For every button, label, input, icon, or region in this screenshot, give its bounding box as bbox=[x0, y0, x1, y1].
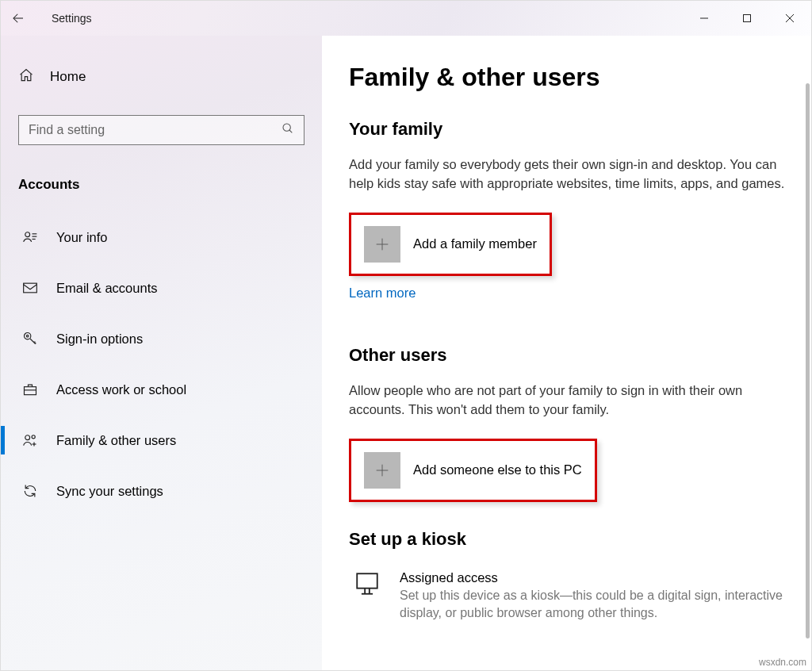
highlight-add-other: Add someone else to this PC bbox=[349, 439, 597, 502]
svg-point-16 bbox=[32, 435, 35, 439]
plus-icon bbox=[364, 452, 400, 489]
home-nav[interactable]: Home bbox=[18, 67, 304, 86]
sidebar-item-signin-options[interactable]: Sign-in options bbox=[18, 321, 304, 356]
sidebar-item-sync-settings[interactable]: Sync your settings bbox=[18, 474, 304, 508]
sidebar-item-label: Email & accounts bbox=[56, 281, 157, 296]
back-button[interactable] bbox=[1, 1, 36, 36]
svg-rect-1 bbox=[744, 15, 751, 22]
page-title: Family & other users bbox=[349, 63, 787, 92]
sidebar-item-label: Your info bbox=[56, 230, 108, 245]
add-family-member-button[interactable]: Add a family member bbox=[358, 220, 543, 269]
content: Family & other users Your family Add you… bbox=[322, 36, 811, 670]
sidebar-item-your-info[interactable]: Your info bbox=[18, 220, 304, 255]
assigned-access-button[interactable]: Assigned access Set up this device as a … bbox=[349, 566, 787, 623]
window-body: Home Accounts Your info bbox=[1, 36, 811, 670]
kiosk-heading: Set up a kiosk bbox=[349, 529, 787, 550]
sidebar-item-label: Access work or school bbox=[56, 382, 186, 397]
titlebar: Settings bbox=[1, 1, 811, 36]
add-family-label: Add a family member bbox=[413, 236, 537, 251]
svg-rect-10 bbox=[24, 283, 37, 293]
svg-point-12 bbox=[26, 335, 29, 337]
close-button[interactable] bbox=[768, 1, 811, 36]
key-icon bbox=[21, 331, 39, 347]
family-description: Add your family so everybody gets their … bbox=[349, 155, 787, 194]
people-add-icon bbox=[21, 432, 39, 448]
briefcase-icon bbox=[21, 382, 39, 397]
family-heading: Your family bbox=[349, 119, 787, 140]
plus-icon bbox=[364, 226, 400, 263]
window-controls bbox=[683, 1, 811, 36]
mail-icon bbox=[21, 280, 39, 296]
add-other-label: Add someone else to this PC bbox=[413, 462, 582, 477]
watermark: wsxdn.com bbox=[759, 657, 806, 668]
search-input[interactable] bbox=[29, 123, 282, 137]
svg-point-6 bbox=[25, 232, 30, 237]
home-label: Home bbox=[50, 69, 86, 85]
search-box[interactable] bbox=[18, 115, 304, 145]
settings-window: Settings Home bbox=[0, 0, 812, 671]
add-other-user-button[interactable]: Add someone else to this PC bbox=[358, 446, 588, 495]
svg-rect-23 bbox=[357, 573, 377, 588]
sidebar: Home Accounts Your info bbox=[1, 36, 322, 670]
sync-icon bbox=[21, 483, 39, 499]
svg-line-5 bbox=[289, 130, 292, 132]
window-title: Settings bbox=[52, 12, 92, 25]
assigned-access-title: Assigned access bbox=[400, 570, 787, 585]
home-icon bbox=[18, 67, 34, 86]
sidebar-nav: Your info Email & accounts Sign-in optio… bbox=[18, 220, 304, 508]
sidebar-item-label: Sign-in options bbox=[56, 332, 143, 347]
scrollbar[interactable] bbox=[806, 83, 810, 638]
minimize-button[interactable] bbox=[683, 1, 726, 36]
svg-rect-13 bbox=[25, 387, 36, 395]
sidebar-item-label: Family & other users bbox=[56, 433, 176, 448]
svg-point-4 bbox=[283, 124, 290, 131]
search-icon bbox=[282, 122, 294, 138]
sidebar-item-family-users[interactable]: Family & other users bbox=[18, 423, 304, 458]
sidebar-item-label: Sync your settings bbox=[56, 484, 163, 499]
maximize-button[interactable] bbox=[726, 1, 768, 36]
other-users-description: Allow people who are not part of your fa… bbox=[349, 382, 787, 420]
person-card-icon bbox=[21, 229, 39, 245]
learn-more-link[interactable]: Learn more bbox=[349, 286, 416, 301]
section-title: Accounts bbox=[18, 177, 304, 193]
assigned-access-desc: Set up this device as a kiosk—this could… bbox=[400, 587, 787, 623]
sidebar-item-work-school[interactable]: Access work or school bbox=[18, 372, 304, 407]
svg-point-11 bbox=[25, 333, 31, 339]
kiosk-icon bbox=[354, 570, 381, 600]
other-users-heading: Other users bbox=[349, 345, 787, 366]
sidebar-item-email-accounts[interactable]: Email & accounts bbox=[18, 270, 304, 305]
svg-point-15 bbox=[25, 435, 30, 440]
highlight-add-family: Add a family member bbox=[349, 213, 552, 276]
